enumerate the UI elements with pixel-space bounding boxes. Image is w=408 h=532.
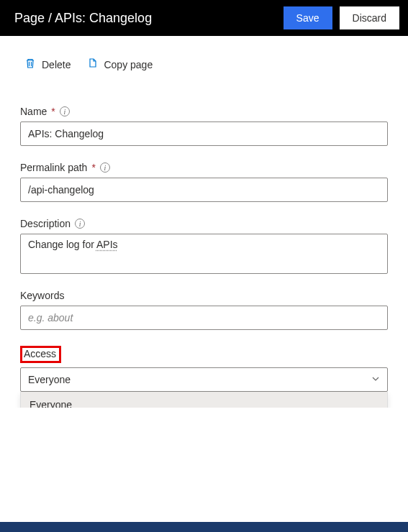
keywords-field-group: Keywords — [20, 290, 388, 330]
name-input[interactable] — [20, 121, 388, 146]
required-indicator: * — [51, 106, 55, 117]
description-input[interactable]: Change log for APIs — [20, 234, 388, 274]
access-option[interactable]: Everyone — [21, 392, 387, 408]
page-title: Page / APIs: Changelog — [14, 11, 284, 26]
description-label: Description i — [20, 218, 388, 229]
permalink-label: Permalink path * i — [20, 162, 388, 173]
access-field-group: Access Everyone Everyone Selected user g… — [20, 346, 388, 392]
name-field-group: Name * i — [20, 106, 388, 146]
chevron-down-icon — [371, 374, 380, 385]
name-label: Name * i — [20, 106, 388, 117]
copy-label: Copy page — [104, 59, 153, 70]
page-header: Page / APIs: Changelog Save Discard — [0, 0, 408, 36]
permalink-field-group: Permalink path * i — [20, 162, 388, 202]
discard-button[interactable]: Discard — [340, 6, 399, 29]
delete-button[interactable]: Delete — [24, 58, 71, 71]
delete-label: Delete — [42, 59, 71, 70]
access-label-highlight: Access — [20, 346, 61, 363]
access-label: Access — [24, 348, 56, 359]
toolbar: Delete Copy page — [24, 58, 388, 71]
trash-icon — [24, 58, 36, 71]
access-select[interactable]: Everyone — [20, 367, 388, 392]
content-area: Delete Copy page Name * i Permalink path… — [0, 36, 408, 392]
keywords-input[interactable] — [20, 306, 388, 330]
description-field-group: Description i Change log for APIs — [20, 218, 388, 274]
info-icon[interactable]: i — [60, 106, 70, 116]
info-icon[interactable]: i — [75, 219, 85, 229]
permalink-input[interactable] — [20, 178, 388, 202]
info-icon[interactable]: i — [100, 162, 110, 173]
required-indicator: * — [91, 162, 95, 173]
copy-page-button[interactable]: Copy page — [86, 58, 153, 71]
keywords-label: Keywords — [20, 290, 388, 301]
save-button[interactable]: Save — [284, 6, 332, 29]
copy-icon — [86, 58, 98, 71]
access-selected-value: Everyone — [28, 374, 71, 385]
access-dropdown: Everyone Selected user groups Users with… — [20, 392, 388, 408]
